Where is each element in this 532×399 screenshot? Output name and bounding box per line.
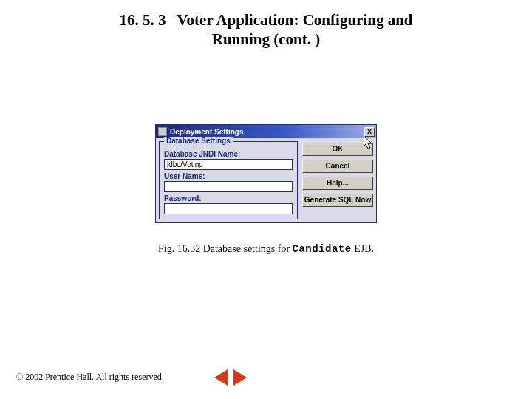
deployment-settings-dialog: Deployment Settings X Database Settings … [155,124,377,223]
dialog-button-column: OK Cancel Help... Generate SQL Now [302,141,373,219]
username-input[interactable] [164,181,293,192]
jndi-label: Database JNDI Name: [164,150,293,158]
database-settings-group: Database Settings Database JNDI Name: Us… [159,141,298,219]
copyright-footer: © 2002 Prentice Hall. All rights reserve… [16,372,164,383]
dialog-title: Deployment Settings [170,128,364,136]
ok-button[interactable]: OK [302,143,373,156]
password-input[interactable] [164,203,293,214]
generate-sql-button[interactable]: Generate SQL Now [302,194,373,207]
next-arrow-icon[interactable] [233,369,247,386]
password-label: Password: [164,194,293,202]
window-icon [158,127,167,136]
cancel-button[interactable]: Cancel [302,160,373,173]
caption-code: Candidate [293,243,352,255]
section-number: 16. 5. 3 [119,11,166,29]
copyright-symbol: © [16,372,23,382]
figure-caption: Fig. 16.32 Database settings for Candida… [0,243,532,255]
nav-arrows [214,369,247,386]
title-line-1: Voter Application: Configuring and [177,11,412,29]
close-button[interactable]: X [364,127,375,137]
help-button[interactable]: Help... [302,177,373,190]
caption-prefix: Fig. 16.32 Database settings for [158,243,293,254]
prev-arrow-icon[interactable] [214,369,228,386]
group-legend: Database Settings [164,137,233,145]
username-label: User Name: [164,172,293,180]
dialog-body: Database Settings Database JNDI Name: Us… [156,138,376,222]
slide-heading: 16. 5. 3 Voter Application: Configuring … [0,0,532,50]
jndi-input[interactable] [164,159,293,170]
copyright-text: 2002 Prentice Hall. All rights reserved. [23,372,164,382]
title-line-2: Running (cont. ) [212,30,320,48]
caption-suffix: EJB. [352,243,374,254]
